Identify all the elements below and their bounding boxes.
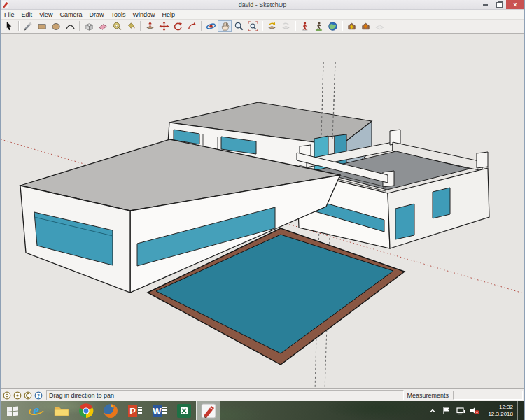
- rectangle-icon: [37, 21, 48, 31]
- start-button[interactable]: [1, 401, 24, 420]
- speaker-muted-icon: [470, 406, 479, 415]
- hidden-icons-button[interactable]: [428, 406, 438, 416]
- claim-credit-status-icon[interactable]: [23, 391, 32, 400]
- restore-button[interactable]: [492, 0, 506, 9]
- circle-tool-button[interactable]: [49, 20, 63, 32]
- get-models-button[interactable]: [344, 20, 358, 32]
- windows-taskbar: e P W 12:32 12.3.2018: [1, 401, 524, 420]
- menu-edit[interactable]: Edit: [18, 11, 36, 18]
- terrace-pillar: [477, 152, 488, 168]
- paint-bucket-button[interactable]: [124, 20, 138, 32]
- action-center-button[interactable]: [442, 406, 451, 416]
- previous-view-icon: [267, 21, 277, 31]
- taskbar-clock[interactable]: 12:32 12.3.2018: [484, 404, 513, 418]
- svg-text:P: P: [130, 406, 136, 416]
- show-desktop-button[interactable]: [517, 401, 522, 420]
- menu-draw[interactable]: Draw: [85, 11, 107, 18]
- previous-view-button[interactable]: [265, 20, 279, 32]
- chrome-icon: [78, 402, 94, 419]
- select-arrow-icon: [4, 21, 15, 31]
- pan-tool-button[interactable]: [218, 20, 232, 32]
- circle-icon: [51, 21, 62, 31]
- arc-tool-button[interactable]: [63, 20, 77, 32]
- offset-tool-button[interactable]: [185, 20, 199, 32]
- taskbar-firefox[interactable]: [98, 401, 122, 420]
- menu-view[interactable]: View: [36, 11, 56, 18]
- select-tool-button[interactable]: [2, 20, 16, 32]
- svg-text:e: e: [33, 402, 39, 418]
- taskbar-ie[interactable]: e: [24, 401, 49, 420]
- window-title: david - SketchUp: [1, 1, 524, 8]
- volume-muted-button[interactable]: [470, 406, 479, 416]
- make-component-button[interactable]: [82, 20, 96, 32]
- credits-status-icon[interactable]: [13, 391, 22, 400]
- arc-icon: [65, 21, 76, 31]
- menu-window[interactable]: Window: [129, 11, 158, 18]
- taskbar-word[interactable]: W: [147, 401, 172, 420]
- rectangle-tool-button[interactable]: [35, 20, 49, 32]
- taskbar-excel[interactable]: [172, 401, 196, 420]
- menu-file[interactable]: File: [1, 11, 18, 18]
- clock-time: 12:32: [484, 404, 513, 411]
- toolbar-separator: [262, 21, 262, 31]
- menu-camera[interactable]: Camera: [56, 11, 85, 18]
- sketchup-taskbar-icon: [200, 402, 217, 419]
- taskbar-powerpoint[interactable]: P: [122, 401, 147, 420]
- walk-tool-button[interactable]: [312, 20, 326, 32]
- share-model-button[interactable]: [358, 20, 372, 32]
- excel-icon: [176, 402, 192, 419]
- network-button[interactable]: [456, 406, 465, 416]
- tape-measure-button[interactable]: [110, 20, 124, 32]
- toggle-terrain-button[interactable]: [372, 20, 386, 32]
- get-models-warehouse-icon: [346, 21, 357, 31]
- move-tool-button[interactable]: [157, 20, 171, 32]
- toolbar-separator: [201, 21, 202, 31]
- offset-icon: [187, 21, 197, 31]
- next-view-button[interactable]: [279, 20, 293, 32]
- chevron-up-icon: [429, 407, 436, 414]
- taskbar-chrome[interactable]: [74, 401, 98, 420]
- rotate-icon: [173, 21, 183, 31]
- tape-measure-icon: [112, 21, 122, 31]
- status-bar: ? Drag in direction to pan Measurements: [1, 388, 524, 401]
- zoom-tool-button[interactable]: [232, 20, 246, 32]
- model-canvas[interactable]: [1, 34, 524, 388]
- minimize-button[interactable]: [478, 0, 492, 9]
- rotate-tool-button[interactable]: [171, 20, 185, 32]
- move-arrows-icon: [159, 21, 169, 31]
- sketchup-logo-icon: [1, 1, 9, 8]
- windows-logo-icon: [6, 405, 19, 416]
- zoom-extents-button[interactable]: [246, 20, 260, 32]
- toolbar: [1, 20, 524, 34]
- right-side-window: [433, 188, 450, 218]
- toolbar-separator: [295, 21, 295, 31]
- geolocation-status-icon[interactable]: [2, 391, 11, 400]
- toolbar-separator: [140, 21, 141, 31]
- flag-icon: [442, 407, 451, 415]
- position-camera-button[interactable]: [298, 20, 312, 32]
- title-bar: david - SketchUp ×: [1, 0, 524, 10]
- menu-tools[interactable]: Tools: [107, 11, 129, 18]
- help-icon[interactable]: ?: [34, 391, 43, 400]
- powerpoint-icon: P: [127, 402, 144, 419]
- orbit-tool-button[interactable]: [204, 20, 218, 32]
- figure-icon: [300, 21, 310, 31]
- eraser-tool-button[interactable]: [96, 20, 110, 32]
- magnifier-icon: [234, 21, 244, 31]
- line-tool-button[interactable]: [21, 20, 35, 32]
- close-button[interactable]: ×: [506, 0, 524, 9]
- measurements-input[interactable]: [453, 391, 523, 400]
- google-earth-button[interactable]: [326, 20, 340, 32]
- taskbar-file-explorer[interactable]: [49, 401, 74, 420]
- orbit-icon: [206, 21, 216, 31]
- drawing-viewport[interactable]: [1, 34, 524, 388]
- menu-help[interactable]: Help: [158, 11, 178, 18]
- push-pull-button[interactable]: [143, 20, 157, 32]
- paint-bucket-icon: [126, 21, 136, 31]
- right-side-window: [396, 204, 414, 239]
- taskbar-sketchup-active[interactable]: [196, 401, 220, 420]
- status-hint: Drag in direction to pan: [46, 390, 404, 400]
- network-icon: [456, 407, 465, 415]
- next-view-icon: [281, 21, 291, 31]
- menu-bar: File Edit View Camera Draw Tools Window …: [1, 10, 524, 20]
